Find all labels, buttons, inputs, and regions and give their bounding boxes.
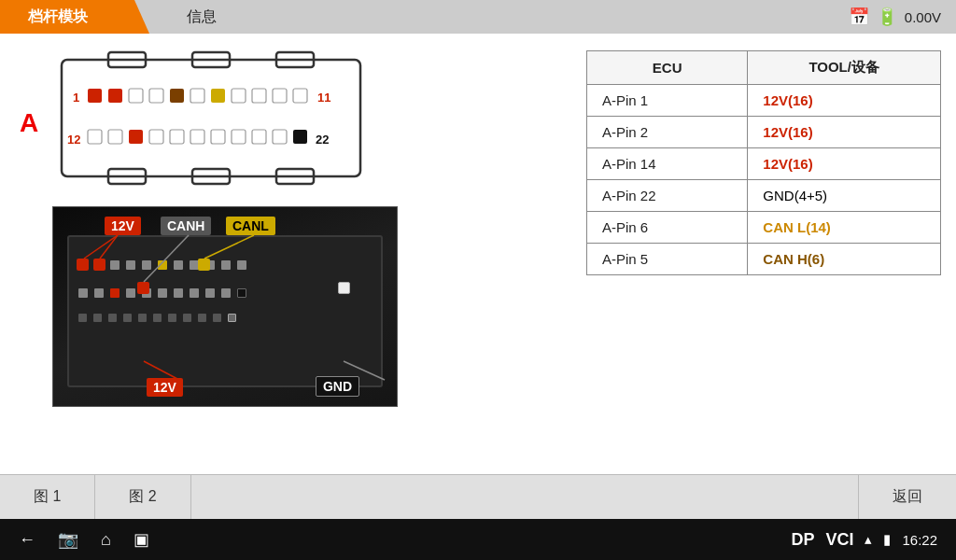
photo-label-gnd: GND	[316, 376, 359, 397]
connector-diagram: A 1	[52, 50, 398, 195]
svg-rect-14	[211, 89, 225, 103]
connector-photo: 12V CANH CANL 12V GND	[52, 206, 398, 407]
table-cell-tool: CAN H(6)	[748, 244, 941, 275]
svg-text:12: 12	[67, 133, 80, 147]
table-cell-tool: CAN L(14)	[748, 212, 941, 244]
tab-2[interactable]: 图 2	[95, 475, 190, 519]
table-header-tool: TOOL/设备	[748, 51, 941, 85]
svg-rect-11	[149, 89, 163, 103]
back-button[interactable]: ←	[19, 530, 35, 550]
camera-button[interactable]: 📷	[58, 529, 78, 550]
table-cell-ecu: A-Pin 2	[587, 117, 748, 148]
table-cell-ecu: A-Pin 6	[587, 212, 748, 244]
battery-sys-icon: ▮	[883, 531, 891, 548]
svg-rect-9	[108, 89, 122, 103]
tab-back[interactable]: 返回	[859, 475, 956, 519]
table-cell-ecu: A-Pin 22	[587, 180, 748, 212]
home-button[interactable]: ⌂	[101, 530, 111, 550]
svg-rect-26	[190, 130, 204, 144]
svg-rect-13	[190, 89, 204, 103]
svg-rect-15	[232, 89, 246, 103]
svg-rect-23	[129, 130, 143, 144]
svg-rect-10	[129, 89, 143, 103]
tab-bar: 图 1 图 2 返回	[0, 474, 956, 519]
table-cell-tool: 12V(16)	[748, 85, 941, 117]
svg-rect-22	[108, 130, 122, 144]
svg-rect-28	[232, 130, 246, 144]
photo-label-12v-2: 12V	[147, 378, 183, 397]
table-cell-ecu: A-Pin 14	[587, 148, 748, 180]
svg-rect-8	[88, 89, 102, 103]
svg-rect-18	[293, 89, 307, 103]
svg-rect-12	[170, 89, 184, 103]
wifi-icon: ▴	[865, 531, 872, 548]
vci-label: VCI	[825, 530, 853, 550]
tab-spacer	[191, 475, 859, 519]
sys-right: DP VCI ▴ ▮ 16:22	[791, 530, 937, 550]
table-cell-tool: 12V(16)	[748, 117, 941, 148]
voltage-display: 0.00V	[905, 9, 941, 25]
svg-rect-25	[170, 130, 184, 144]
dp-label: DP	[791, 530, 814, 550]
system-bar: ← 📷 ⌂ ▣ DP VCI ▴ ▮ 16:22	[0, 519, 956, 560]
top-bar: 档杆模块 信息 📅 🔋 0.00V	[0, 0, 956, 34]
table-row: A-Pin 112V(16)	[587, 85, 941, 117]
table-header-ecu: ECU	[587, 51, 748, 85]
info-table: ECU TOOL/设备 A-Pin 112V(16)A-Pin 212V(16)…	[586, 50, 941, 275]
table-cell-tool: 12V(16)	[748, 148, 941, 180]
table-row: A-Pin 6CAN L(14)	[587, 212, 941, 244]
svg-rect-29	[252, 130, 266, 144]
photo-label-12v-1: 12V	[105, 217, 141, 235]
svg-rect-17	[273, 89, 287, 103]
svg-rect-31	[293, 130, 307, 144]
tab-1[interactable]: 图 1	[0, 475, 95, 519]
table-row: A-Pin 5CAN H(6)	[587, 244, 941, 275]
connector-label: A	[20, 108, 38, 138]
svg-rect-16	[252, 89, 266, 103]
svg-rect-0	[62, 60, 360, 176]
main-content: A 1	[0, 34, 956, 474]
module-title: 档杆模块	[0, 0, 149, 34]
time-display: 16:22	[902, 532, 937, 548]
top-bar-right: 📅 🔋 0.00V	[834, 0, 956, 34]
table-cell-tool: GND(4+5)	[748, 180, 941, 212]
info-tab: 信息	[149, 0, 834, 34]
calendar-icon: 📅	[849, 7, 869, 27]
photo-label-canh: CANH	[161, 217, 211, 235]
svg-rect-30	[273, 130, 287, 144]
photo-label-canl: CANL	[226, 217, 275, 235]
svg-text:22: 22	[316, 133, 329, 147]
svg-rect-27	[211, 130, 225, 144]
svg-text:1: 1	[73, 91, 79, 105]
battery-icon: 🔋	[877, 7, 897, 27]
left-panel: A 1	[15, 43, 568, 465]
svg-rect-24	[149, 130, 163, 144]
table-row: A-Pin 212V(16)	[587, 117, 941, 148]
copy-button[interactable]: ▣	[134, 529, 149, 550]
right-panel: ECU TOOL/设备 A-Pin 112V(16)A-Pin 212V(16)…	[586, 43, 941, 465]
table-cell-ecu: A-Pin 1	[587, 85, 748, 117]
table-row: A-Pin 22GND(4+5)	[587, 180, 941, 212]
svg-rect-21	[88, 130, 102, 144]
table-row: A-Pin 1412V(16)	[587, 148, 941, 180]
table-cell-ecu: A-Pin 5	[587, 244, 748, 275]
svg-text:11: 11	[317, 91, 330, 105]
connector-svg: 1 1	[52, 50, 370, 186]
